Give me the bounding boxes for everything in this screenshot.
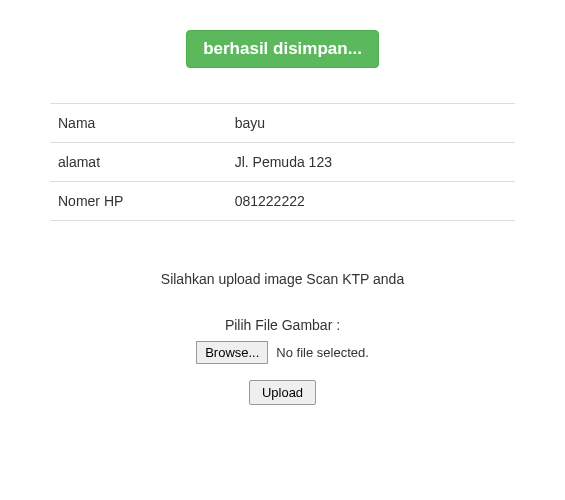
upload-instruction: Silahkan upload image Scan KTP anda bbox=[50, 271, 515, 287]
info-table: Nama bayu alamat Jl. Pemuda 123 Nomer HP… bbox=[50, 103, 515, 221]
file-status-text: No file selected. bbox=[276, 345, 369, 360]
row-label: alamat bbox=[50, 143, 227, 182]
row-value: bayu bbox=[227, 104, 515, 143]
table-row: Nomer HP 081222222 bbox=[50, 182, 515, 221]
file-input-row: Browse... No file selected. bbox=[196, 341, 369, 364]
row-label: Nomer HP bbox=[50, 182, 227, 221]
table-row: alamat Jl. Pemuda 123 bbox=[50, 143, 515, 182]
row-value: 081222222 bbox=[227, 182, 515, 221]
row-label: Nama bbox=[50, 104, 227, 143]
page-container: berhasil disimpan... Nama bayu alamat Jl… bbox=[0, 0, 565, 445]
upload-section: Silahkan upload image Scan KTP anda Pili… bbox=[50, 271, 515, 405]
file-field-label: Pilih File Gambar : bbox=[50, 317, 515, 333]
alert-text: berhasil disimpan... bbox=[203, 39, 362, 58]
row-value: Jl. Pemuda 123 bbox=[227, 143, 515, 182]
upload-button[interactable]: Upload bbox=[249, 380, 316, 405]
table-row: Nama bayu bbox=[50, 104, 515, 143]
success-alert: berhasil disimpan... bbox=[186, 30, 379, 68]
browse-button[interactable]: Browse... bbox=[196, 341, 268, 364]
